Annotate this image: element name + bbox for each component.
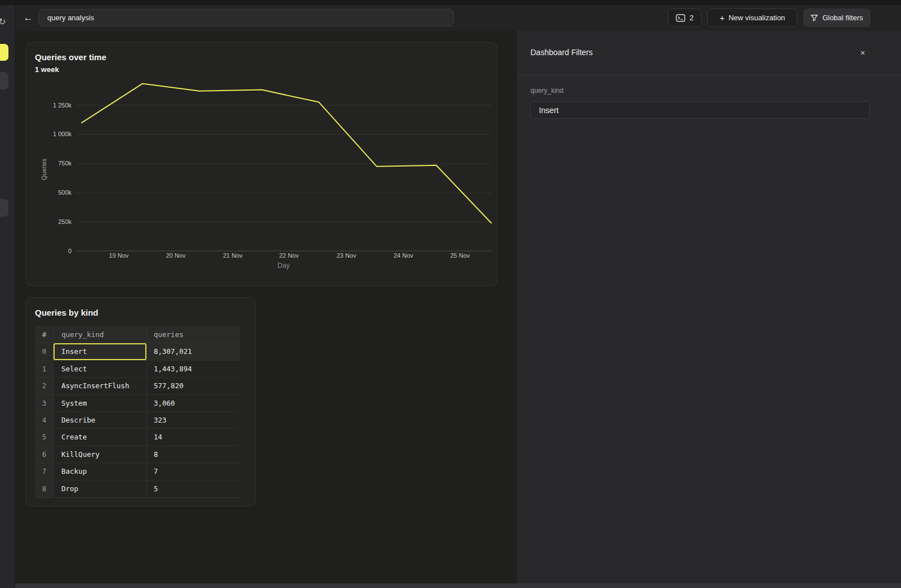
row-index-cell: 6	[35, 446, 53, 463]
global-filters-button[interactable]: Global filters	[803, 8, 871, 27]
console-icon	[676, 14, 685, 22]
filter-field-label: query_kind	[530, 87, 564, 95]
column-header-queries: queries	[147, 326, 240, 343]
queries-value-cell[interactable]: 7	[147, 463, 240, 479]
table-row: 4Describe323	[35, 412, 240, 429]
sidebar-item-active[interactable]	[0, 44, 8, 61]
dashboard-title-input[interactable]	[38, 9, 454, 26]
table-row: 0Insert8,307,021	[35, 343, 240, 360]
sidebar-item[interactable]	[0, 199, 8, 217]
row-index-cell: 2	[35, 378, 53, 394]
console-count: 2	[689, 14, 693, 22]
chart-title: Queries over time	[35, 52, 106, 62]
query-kind-cell[interactable]: System	[53, 395, 147, 411]
queries-value-cell[interactable]: 8	[147, 446, 240, 463]
plus-icon: +	[720, 13, 725, 23]
x-tick-label: 22 Nov	[279, 252, 299, 259]
column-header-index: #	[35, 326, 53, 343]
table-card: Queries by kind # query_kind queries 0In…	[25, 297, 256, 506]
left-sidebar: ↻	[0, 5, 15, 588]
sidebar-item[interactable]	[0, 72, 8, 89]
y-tick-label: 1 250k	[53, 102, 72, 109]
queries-value-cell[interactable]: 1,443,894	[147, 361, 240, 377]
query-kind-cell[interactable]: KillQuery	[53, 446, 147, 463]
y-tick-label: 750k	[58, 160, 72, 167]
new-visualization-label: New visualization	[729, 14, 785, 22]
y-tick-label: 0	[68, 248, 72, 254]
x-tick-label: 19 Nov	[109, 252, 128, 259]
queries-value-cell[interactable]: 323	[147, 412, 240, 428]
row-index-cell: 7	[35, 463, 53, 479]
row-index-cell: 5	[35, 429, 53, 445]
table-row: 3System3,060	[35, 395, 240, 412]
global-filters-label: Global filters	[822, 14, 863, 22]
y-axis-title: Queries	[41, 158, 47, 180]
reload-icon[interactable]: ↻	[0, 15, 12, 29]
query-kind-cell[interactable]: Create	[53, 429, 147, 445]
table-row: 5Create14	[35, 429, 240, 446]
funnel-icon	[810, 14, 818, 22]
filters-panel-title: Dashboard Filters	[530, 48, 593, 57]
x-tick-label: 24 Nov	[394, 252, 413, 259]
window-top-strip	[0, 0, 901, 5]
row-index-cell: 8	[35, 481, 53, 497]
row-index-cell: 1	[35, 361, 53, 377]
query-kind-cell[interactable]: Describe	[53, 412, 147, 428]
queries-value-cell[interactable]: 577,820	[147, 378, 240, 394]
queries-value-cell[interactable]: 8,307,021	[147, 343, 240, 360]
new-visualization-button[interactable]: + New visualization	[707, 8, 797, 27]
x-tick-label: 25 Nov	[450, 252, 470, 259]
horizontal-scrollbar[interactable]	[15, 583, 901, 588]
table-row: 6KillQuery8	[35, 446, 240, 463]
table-row: 7Backup7	[35, 463, 240, 480]
panel-divider	[517, 75, 901, 75]
query-kind-filter-input[interactable]	[530, 101, 870, 119]
query-kind-cell[interactable]: Select	[53, 361, 147, 377]
x-tick-label: 21 Nov	[223, 252, 243, 259]
row-index-cell: 4	[35, 412, 53, 428]
queries-series-line	[82, 84, 491, 223]
y-tick-label: 250k	[58, 218, 72, 225]
queries-value-cell[interactable]: 5	[147, 481, 240, 497]
queries-value-cell[interactable]: 3,060	[147, 395, 240, 411]
table-row: 8Drop5	[35, 481, 240, 497]
column-header-query-kind: query_kind	[53, 326, 147, 343]
query-kind-cell[interactable]: Drop	[53, 481, 147, 497]
table-row: 1Select1,443,894	[35, 361, 240, 378]
dashboard-filters-panel: Dashboard Filters × query_kind	[517, 31, 901, 583]
query-kind-cell-selected[interactable]: Insert	[53, 343, 147, 360]
chart-card: Queries over time 1 week 0250k500k750k1 …	[25, 42, 497, 286]
y-tick-label: 500k	[58, 189, 72, 196]
queries-value-cell[interactable]: 14	[147, 429, 240, 445]
console-count-button[interactable]: 2	[668, 8, 702, 27]
table-header-row: # query_kind queries	[35, 326, 240, 343]
queries-over-time-chart: 0250k500k750k1 000k1 250k19 Nov20 Nov21 …	[34, 74, 496, 279]
queries-by-kind-table: # query_kind queries 0Insert8,307,0211Se…	[35, 326, 240, 498]
y-tick-label: 1 000k	[53, 131, 72, 137]
x-tick-label: 20 Nov	[166, 252, 186, 259]
query-kind-cell[interactable]: AsyncInsertFlush	[53, 378, 147, 394]
table-row: 2AsyncInsertFlush577,820	[35, 378, 240, 394]
x-axis-title: Day	[278, 262, 289, 270]
query-kind-cell[interactable]: Backup	[53, 463, 147, 479]
table-title: Queries by kind	[35, 308, 99, 317]
row-index-cell: 3	[35, 395, 53, 411]
back-button[interactable]: ←	[21, 10, 35, 26]
row-index-cell: 0	[35, 343, 53, 360]
close-icon[interactable]: ×	[857, 47, 869, 59]
table-body: 0Insert8,307,0211Select1,443,8942AsyncIn…	[35, 343, 240, 497]
chart-subtitle: 1 week	[35, 65, 59, 74]
x-tick-label: 23 Nov	[337, 252, 356, 259]
